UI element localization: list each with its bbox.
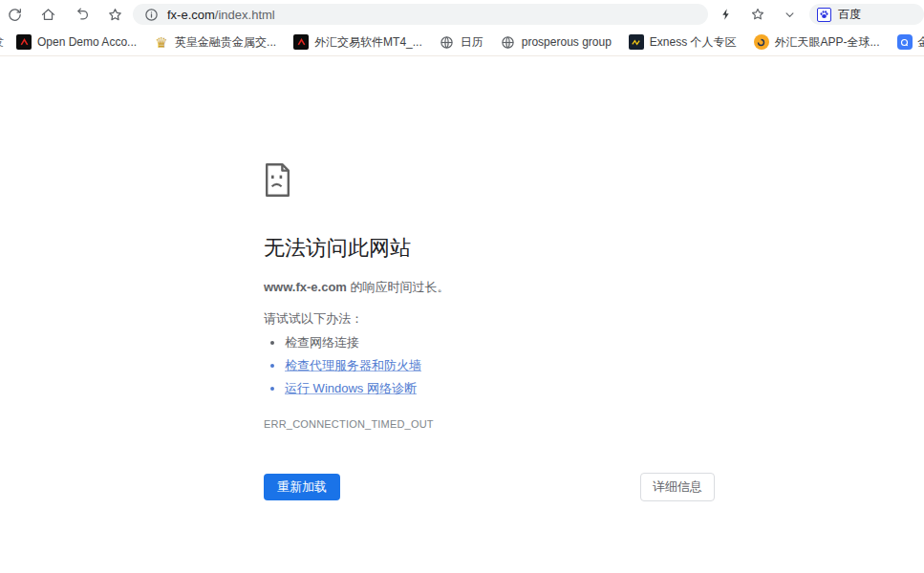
suggestion-check-network: 检查网络连接 xyxy=(285,334,715,351)
bookmark-partial[interactable]: 发 xyxy=(0,34,8,51)
bookmark-waihui-tianyan[interactable]: 外汇天眼APP-全球... xyxy=(745,34,889,51)
baidu-logo-icon xyxy=(817,8,831,22)
details-button[interactable]: 详细信息 xyxy=(640,473,715,501)
address-bar[interactable]: fx-e.com/index.html xyxy=(133,4,708,25)
bookmark-mt4-software[interactable]: 外汇交易软件MT4_... xyxy=(285,34,431,51)
lightning-icon xyxy=(720,8,733,21)
error-code: ERR_CONNECTION_TIMED_OUT xyxy=(264,418,715,430)
bookmark-emperor-finance[interactable]: ♛ 英皇金融贵金属交... xyxy=(145,34,285,51)
bookmark-label: 外汇天眼APP-全球... xyxy=(775,34,880,51)
bookmark-label: Exness 个人专区 xyxy=(650,34,737,51)
jin10-logo-icon xyxy=(897,34,913,50)
bookmark-label: 英皇金融贵金属交... xyxy=(175,34,276,51)
bookmark-label: prosperous group xyxy=(522,35,612,49)
chevron-down-icon xyxy=(783,8,797,22)
bookmark-prosperous-group[interactable]: prosperous group xyxy=(492,34,620,50)
reload-button[interactable] xyxy=(2,2,27,27)
back-button[interactable] xyxy=(69,2,94,27)
globe-icon xyxy=(440,34,455,50)
broker-logo-icon xyxy=(16,34,32,50)
reload-icon xyxy=(7,7,23,23)
baidu-search-box[interactable]: 百度 xyxy=(809,4,924,25)
globe-icon xyxy=(501,34,516,50)
bookmark-calendar[interactable]: 日历 xyxy=(431,34,492,51)
sad-page-icon xyxy=(264,162,291,198)
suggestion-run-diagnostics-link[interactable]: 运行 Windows 网络诊断 xyxy=(285,380,715,397)
crown-icon: ♛ xyxy=(154,34,169,50)
suggestion-check-proxy-link[interactable]: 检查代理服务器和防火墙 xyxy=(285,357,715,374)
error-title: 无法访问此网站 xyxy=(264,234,715,263)
bookmark-label: 外汇交易软件MT4_... xyxy=(314,34,422,51)
url-text: fx-e.com/index.html xyxy=(167,8,275,22)
home-button[interactable] xyxy=(35,2,60,27)
toolbar-menu-button[interactable] xyxy=(777,2,802,27)
bookmark-star-button[interactable] xyxy=(102,2,127,27)
back-undo-icon xyxy=(74,7,90,23)
star-icon xyxy=(107,7,123,23)
error-actions: 重新加载 详细信息 xyxy=(264,473,715,501)
exness-logo-icon xyxy=(629,34,644,50)
bookmark-jin10-data[interactable]: 金十数据 官方网站... xyxy=(889,34,924,51)
search-engine-label: 百度 xyxy=(838,7,861,23)
bookmark-page-button[interactable] xyxy=(745,2,770,27)
error-message: www.fx-e.com 的响应时间过长。 xyxy=(264,279,715,296)
eye-app-logo-icon xyxy=(754,34,769,50)
bookmarks-bar: 发 Open Demo Acco... ♛ 英皇金融贵金属交... 外汇交易软件… xyxy=(0,29,924,56)
bookmark-label: 日历 xyxy=(461,34,483,51)
bookmark-exness[interactable]: Exness 个人专区 xyxy=(620,34,745,51)
bookmark-label: 金十数据 官方网站... xyxy=(918,34,924,51)
browser-toolbar: fx-e.com/index.html xyxy=(0,0,924,29)
error-message-rest: 的响应时间过长。 xyxy=(347,280,450,294)
bookmark-label: Open Demo Acco... xyxy=(37,35,137,49)
reload-page-button[interactable]: 重新加载 xyxy=(264,474,340,500)
flash-button[interactable] xyxy=(714,2,739,27)
broker-logo-icon xyxy=(293,34,309,50)
url-host: fx-e.com xyxy=(167,8,215,22)
error-host: www.fx-e.com xyxy=(264,280,347,294)
suggestions-heading: 请试试以下办法： xyxy=(264,310,715,328)
error-page: 无法访问此网站 www.fx-e.com 的响应时间过长。 请试试以下办法： 检… xyxy=(264,162,715,501)
suggestions-list: 检查网络连接 检查代理服务器和防火墙 运行 Windows 网络诊断 xyxy=(264,334,715,397)
bookmark-open-demo[interactable]: Open Demo Acco... xyxy=(8,34,145,50)
page-info-icon[interactable] xyxy=(144,8,159,22)
star-outline-icon xyxy=(750,7,765,22)
home-icon xyxy=(40,7,56,23)
url-path: /index.html xyxy=(215,8,275,22)
